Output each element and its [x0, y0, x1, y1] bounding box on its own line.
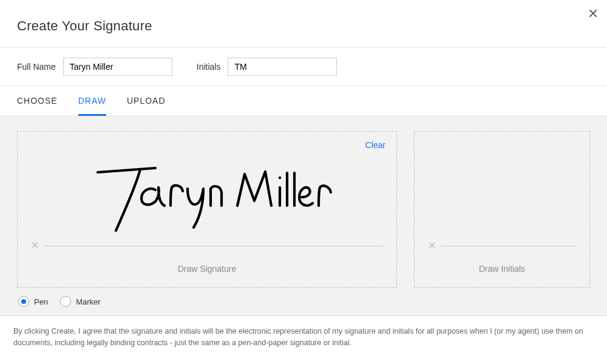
initials-caption: Draw Initials — [428, 264, 576, 274]
pen-tool-selector: Pen Marker — [17, 288, 590, 307]
signature-canvas-box: Clear — [17, 131, 397, 288]
tab-bar: CHOOSE DRAW UPLOAD — [0, 86, 607, 116]
create-signature-modal: ✕ Create Your Signature Full Name Initia… — [0, 0, 607, 364]
modal-title: Create Your Signature — [0, 0, 607, 47]
close-icon[interactable]: ✕ — [588, 6, 599, 22]
baseline-line — [44, 246, 383, 246]
legal-disclosure: By clicking Create, I agree that the sig… — [0, 315, 607, 359]
delete-signature-icon[interactable]: ✕ — [31, 241, 39, 251]
tab-upload[interactable]: UPLOAD — [127, 86, 166, 116]
svg-point-0 — [279, 177, 281, 179]
initials-label: Initials — [197, 62, 221, 72]
signature-baseline: ✕ — [31, 241, 383, 251]
fullname-label: Full Name — [17, 62, 56, 72]
marker-radio[interactable]: Marker — [60, 296, 100, 307]
tab-draw[interactable]: DRAW — [78, 86, 106, 116]
draw-panel: Clear — [0, 116, 607, 315]
fullname-input[interactable] — [63, 58, 172, 76]
pen-radio-label: Pen — [34, 297, 48, 306]
initials-input[interactable] — [228, 58, 337, 76]
pen-radio[interactable]: Pen — [18, 296, 48, 307]
initials-baseline: ✕ — [428, 241, 576, 251]
baseline-line — [441, 246, 576, 246]
delete-initials-icon[interactable]: ✕ — [428, 241, 436, 251]
initials-field: Initials — [197, 58, 337, 76]
tab-choose[interactable]: CHOOSE — [17, 86, 58, 116]
fullname-field: Full Name — [17, 58, 172, 76]
signature-caption: Draw Signature — [31, 264, 383, 274]
radio-icon — [18, 296, 29, 307]
radio-icon — [60, 296, 71, 307]
initials-drawing-area[interactable] — [428, 143, 576, 240]
name-fields-row: Full Name Initials — [0, 48, 607, 86]
marker-radio-label: Marker — [76, 297, 100, 306]
signature-drawing-area[interactable] — [31, 143, 383, 240]
initials-canvas-box: ✕ Draw Initials — [414, 131, 590, 288]
signature-stroke — [31, 143, 383, 240]
